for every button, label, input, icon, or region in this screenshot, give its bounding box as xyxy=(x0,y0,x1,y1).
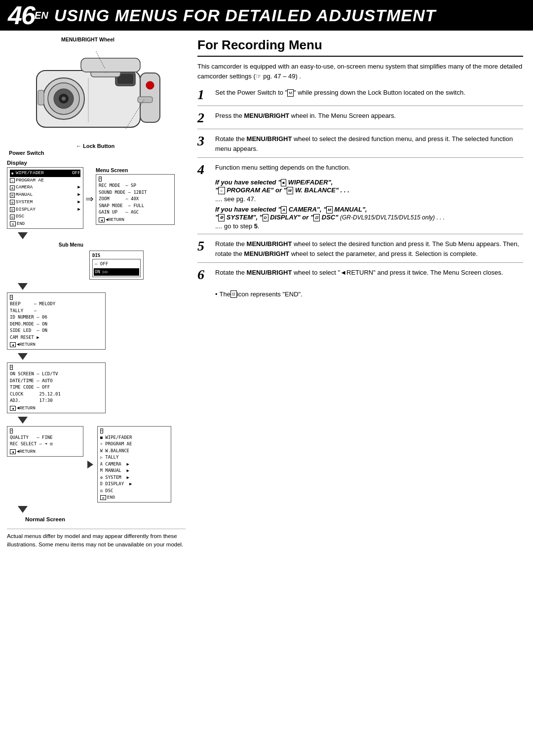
display-label: Display xyxy=(7,160,27,166)
step-4-go: .... go to step 5. xyxy=(215,222,445,230)
arrow-down-4 xyxy=(18,417,28,424)
step-6-content: Rotate the MENU/BRIGHT wheel to select "… xyxy=(215,268,523,278)
note2-icon3: ⚙ xyxy=(218,214,225,221)
arrow-down-5 xyxy=(18,506,28,513)
end-row-normal: ⊡END xyxy=(100,495,168,500)
svg-point-5 xyxy=(62,97,66,101)
menu-item-system: ⚙SYSTEM▶ xyxy=(10,199,80,206)
svg-rect-13 xyxy=(138,97,152,103)
step-4-note2: If you have selected "A CAMERA", "M MANU… xyxy=(215,206,445,221)
note2-icon5: ⊡ xyxy=(313,214,320,221)
step-6-num: 6 xyxy=(197,268,215,282)
page-title: USING MENUS FOR DETAILED ADJUSTMENT xyxy=(54,6,436,25)
bullet-note: The ⊡ icon represents "END". xyxy=(215,290,523,298)
sub-menu-label: Sub Menu xyxy=(7,242,83,248)
note2-icon1: A xyxy=(281,206,287,214)
step-2: 2 Press the MENU/BRIGHT wheel in. The Me… xyxy=(197,111,523,129)
step-4-num: 4 xyxy=(197,163,215,177)
menu-screen-label: Menu Screen xyxy=(96,167,128,173)
step-4-see: .... see pg. 47. xyxy=(215,195,445,203)
note1-icon2: ☼ xyxy=(218,187,225,194)
page-header: 46EN USING MENUS FOR DETAILED ADJUSTMENT xyxy=(0,0,533,31)
svg-rect-12 xyxy=(81,58,140,72)
camera-svg xyxy=(7,43,175,142)
menu-screen-box: + REC MODE – SP SOUND MODE – 12BIT ZOOM … xyxy=(96,174,175,225)
arrow-down-2 xyxy=(18,283,28,290)
display-sub-menu-box: + ON SCREEN – LCD/TV DATE/TIME – AUTO TI… xyxy=(7,362,106,413)
return-row-1: ◄◄RETURN xyxy=(99,217,172,222)
dsc-menu-box: + QUALITY – FINE REC SELECT – ➜ ⊡ ◄◄RETU… xyxy=(7,426,83,457)
step-2-content: Press the MENU/BRIGHT wheel in. The Menu… xyxy=(215,111,523,121)
note2-icon2: M xyxy=(326,206,333,214)
footnote-text: Actual menus differ by model and may app… xyxy=(7,533,183,547)
return-row-2: ◄◄RETURN xyxy=(10,342,103,347)
menu-item-display: DDISPLAY▶ xyxy=(10,206,80,214)
section-title: For Recording Menu xyxy=(197,37,523,57)
arrow-right-normal xyxy=(87,461,93,468)
power-switch-label: Power Switch xyxy=(9,150,44,156)
normal-screen-label: Normal Screen xyxy=(25,516,65,522)
step-5-num: 5 xyxy=(197,239,215,253)
footnote: Actual menus differ by model and may app… xyxy=(7,529,186,549)
step-1-num: 1 xyxy=(197,88,215,102)
menu-bright-label: MENU/BRIGHT Wheel xyxy=(61,36,114,42)
menu-item-manual: MMANUAL▶ xyxy=(10,191,80,199)
return-row-3: ◄◄RETURN xyxy=(10,406,103,411)
svg-point-11 xyxy=(146,81,154,89)
step-4: 4 Function menu setting depends on the f… xyxy=(197,163,523,234)
step-4-notes: If you have selected "■ WIPE/FADER", "☼ … xyxy=(215,179,445,230)
step-6: 6 Rotate the MENU/BRIGHT wheel to select… xyxy=(197,268,523,286)
svg-rect-15 xyxy=(38,90,44,105)
end-row: ⊡END xyxy=(10,221,80,226)
menu-item-program: ☼PROGRAM AE xyxy=(10,177,80,184)
step-2-num: 2 xyxy=(197,111,215,125)
arrow-down-1 xyxy=(18,232,28,239)
step-5: 5 Rotate the MENU/BRIGHT wheel to select… xyxy=(197,239,523,263)
step-3-num: 3 xyxy=(197,134,215,148)
menu-item-camera: ACAMERA▶ xyxy=(10,184,80,191)
step-1-content: Set the Power Switch to "M" while pressi… xyxy=(215,88,523,98)
menu-item-wipe: ■WIPE/FADEROFF xyxy=(10,170,80,177)
main-content: MENU/BRIGHT Wheel xyxy=(0,31,533,555)
note1-icon3: W xyxy=(287,187,294,194)
step-3-content: Rotate the MENU/BRIGHT wheel to select t… xyxy=(215,134,523,153)
normal-screen-box: + ■ WIPE/FADER ☼ PROGRAM AE W W.BALANCE … xyxy=(97,426,171,503)
page-en: EN xyxy=(35,10,48,21)
note2-icon4: D xyxy=(263,214,268,221)
right-column: For Recording Menu This camcorder is equ… xyxy=(192,31,533,555)
system-menu-box: + BEEP – MELODY TALLY – ID NUMBER – 06 D… xyxy=(7,292,106,350)
sub-menu-box: DIS – OFF ON ▷▷ xyxy=(89,251,144,280)
bullet-icon: ⊡ xyxy=(230,290,237,298)
step-4-content: Function menu setting depends on the fun… xyxy=(215,163,350,173)
intro-text: This camcorder is equipped with an easy-… xyxy=(197,62,523,81)
note1-icon1: ■ xyxy=(281,179,286,186)
display-menu-box: ■WIPE/FADEROFF ☼PROGRAM AE ACAMERA▶ MMAN… xyxy=(7,167,83,229)
step-3: 3 Rotate the MENU/BRIGHT wheel to select… xyxy=(197,134,523,158)
left-column: MENU/BRIGHT Wheel xyxy=(0,31,192,555)
page-number: 46 xyxy=(8,2,35,28)
step-5-content: Rotate the MENU/BRIGHT wheel to select t… xyxy=(215,239,523,258)
menu-item-dsc: ⊡DSC xyxy=(10,213,80,220)
arrow-down-3 xyxy=(18,353,28,360)
return-row-4: ◄◄RETURN xyxy=(10,449,80,454)
step-1: 1 Set the Power Switch to "M" while pres… xyxy=(197,88,523,106)
step-4-note1: If you have selected "■ WIPE/FADER", "☼ … xyxy=(215,179,445,194)
step1-icon: M xyxy=(287,89,294,97)
camera-diagram: MENU/BRIGHT Wheel xyxy=(7,36,186,156)
lock-button-label: ← Lock Button xyxy=(76,143,114,149)
